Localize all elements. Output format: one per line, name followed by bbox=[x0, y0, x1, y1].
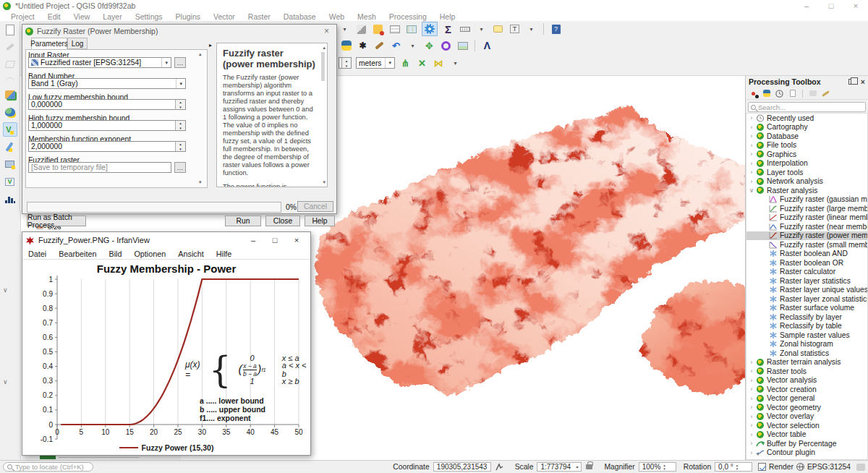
tab-log[interactable]: Log bbox=[67, 38, 88, 49]
image-export-icon[interactable] bbox=[456, 40, 469, 51]
tree-item-raster-boolean-or[interactable]: Raster boolean OR bbox=[746, 258, 867, 268]
units-combo[interactable]: meters▾ bbox=[356, 57, 395, 69]
menu-layer[interactable]: Layer bbox=[96, 12, 128, 21]
menu-mesh[interactable]: Mesh bbox=[351, 12, 383, 21]
field-combo[interactable]: Band 1 (Gray)▾ bbox=[28, 78, 186, 89]
iv-menu-bild[interactable]: Bild bbox=[109, 250, 122, 258]
new-annotation-icon[interactable] bbox=[372, 23, 384, 35]
tree-item-zonal-histogram[interactable]: Zonal histogram bbox=[746, 340, 867, 349]
tree-item-raster-layer-zonal-statistics[interactable]: Raster layer zonal statistics bbox=[746, 294, 867, 304]
help-scroll-up-icon[interactable]: ▴ bbox=[323, 45, 326, 51]
new-geopackage-icon[interactable] bbox=[3, 105, 17, 119]
menu-project[interactable]: Project bbox=[4, 12, 41, 21]
snapping-segment-icon[interactable]: ⋈ bbox=[433, 57, 445, 69]
expander-closed-icon[interactable]: › bbox=[748, 404, 755, 411]
new-shapefile-icon[interactable]: V bbox=[3, 122, 17, 137]
spin-buttons[interactable]: ▴▾ bbox=[175, 142, 185, 151]
new-layer-icon[interactable] bbox=[3, 88, 17, 102]
spin-buttons[interactable]: ▴▾ bbox=[175, 121, 185, 130]
iv-close-button[interactable]: × bbox=[286, 236, 307, 244]
snapping-intersection-icon[interactable]: ✕ bbox=[416, 57, 428, 69]
messages-icon[interactable] bbox=[856, 464, 865, 471]
tree-item-raster-boolean-and[interactable]: Raster boolean AND bbox=[746, 250, 867, 259]
north-arrow-icon[interactable] bbox=[355, 23, 367, 35]
close-panel-icon[interactable]: × bbox=[861, 77, 865, 86]
expander-closed-icon[interactable]: › bbox=[748, 449, 755, 456]
tree-item-file-tools[interactable]: ›File tools bbox=[746, 141, 867, 150]
repair-tool-icon[interactable] bbox=[373, 40, 386, 51]
dock-scroll-chevron-icon[interactable]: ∨ bbox=[3, 378, 8, 385]
field-spin[interactable]: 0,000000▴▾ bbox=[28, 99, 186, 110]
python-console-icon[interactable] bbox=[340, 40, 352, 51]
field-file[interactable]: [Save to temporary file] bbox=[28, 162, 171, 173]
expander-closed-icon[interactable]: › bbox=[748, 169, 755, 176]
minimize-button[interactable]: – bbox=[794, 0, 819, 12]
tab-parameters[interactable]: Parameters bbox=[31, 38, 67, 49]
cancel-button[interactable]: Cancel bbox=[297, 201, 333, 212]
expander-closed-icon[interactable]: › bbox=[748, 377, 755, 384]
menu-web[interactable]: Web bbox=[323, 12, 351, 21]
tree-item-reclassify-by-layer[interactable]: Reclassify by layer bbox=[746, 312, 867, 322]
tree-item-vector-creation[interactable]: ›Vector creation bbox=[746, 385, 867, 394]
iv-menu-datei[interactable]: Datei bbox=[28, 250, 46, 258]
tree-item-vector-analysis[interactable]: ›Vector analysis bbox=[746, 376, 867, 385]
scroll-up-icon[interactable]: ▴ bbox=[199, 51, 202, 57]
extents-icon[interactable] bbox=[495, 463, 504, 472]
iv-menu-ansicht[interactable]: Ansicht bbox=[178, 250, 203, 258]
close-button[interactable]: Close bbox=[265, 216, 300, 226]
scroll-down-icon[interactable]: ▾ bbox=[199, 179, 202, 185]
expander-closed-icon[interactable]: › bbox=[748, 150, 755, 158]
tree-item-network-analysis[interactable]: ›Network analysis bbox=[746, 177, 867, 187]
dialog-close-icon[interactable]: × bbox=[320, 26, 333, 36]
python-scripts-icon[interactable] bbox=[762, 89, 771, 98]
map-tips-icon[interactable] bbox=[492, 23, 504, 35]
spin-buttons[interactable]: ▴▾ bbox=[175, 100, 185, 109]
new-spatialite-icon[interactable] bbox=[3, 140, 17, 154]
rotation-spinner[interactable]: 0,0 °▴▾ bbox=[715, 462, 752, 472]
measure-ruler-icon[interactable] bbox=[459, 23, 471, 35]
help-splitter-arrow-icon[interactable]: ▸ bbox=[209, 42, 212, 48]
tree-item-vector-general[interactable]: ›Vector general bbox=[746, 394, 867, 404]
expander-closed-icon[interactable]: › bbox=[748, 395, 755, 402]
expander-closed-icon[interactable]: › bbox=[748, 114, 755, 122]
dock-scroll-chevron-icon[interactable]: ∨ bbox=[3, 286, 8, 294]
attribute-table-icon[interactable] bbox=[388, 23, 401, 35]
float-panel-icon[interactable] bbox=[848, 79, 854, 85]
text-annotation-icon[interactable]: T bbox=[509, 23, 521, 35]
tree-item-vector-overlay[interactable]: ›Vector overlay bbox=[746, 412, 867, 422]
menu-database[interactable]: Database bbox=[277, 12, 323, 21]
menu-vector[interactable]: Vector bbox=[207, 12, 242, 21]
menu-processing[interactable]: Processing bbox=[383, 12, 433, 21]
render-checkbox[interactable] bbox=[758, 463, 766, 471]
combo-arrow-icon[interactable]: ▾ bbox=[161, 58, 171, 67]
dropdown-arrow-icon[interactable]: ▾ bbox=[339, 23, 351, 35]
locator-input[interactable]: Type to locate (Ctrl+K) bbox=[3, 462, 93, 472]
options-wand-icon[interactable] bbox=[821, 89, 830, 98]
tree-item-reclassify-by-table[interactable]: Reclassify by table bbox=[746, 322, 867, 331]
tree-item-raster-layer-statistics[interactable]: Raster layer statistics bbox=[746, 276, 867, 286]
expander-closed-icon[interactable]: › bbox=[748, 367, 755, 375]
tree-item-fuzzify-raster-large-membership-[interactable]: Fuzzify raster (large membership) bbox=[746, 204, 867, 213]
help-scroll-down-icon[interactable]: ▾ bbox=[323, 179, 326, 185]
snapping-dropdown-icon[interactable]: ▾ bbox=[449, 57, 461, 69]
geometry-tool-icon[interactable] bbox=[3, 57, 17, 72]
tree-item-fuzzify-raster-near-membership-[interactable]: Fuzzify raster (near membership) bbox=[746, 222, 867, 231]
new-virtual-layer-icon[interactable]: V bbox=[3, 174, 17, 189]
histogram-icon[interactable] bbox=[3, 192, 17, 206]
lambda-plugin-icon[interactable]: Λ bbox=[481, 40, 493, 51]
new-document-icon[interactable] bbox=[3, 22, 17, 37]
tree-item-layer-tools[interactable]: ›Layer tools bbox=[746, 168, 867, 177]
tree-item-database[interactable]: ›Database bbox=[746, 132, 867, 141]
processing-toolbox-button[interactable] bbox=[422, 22, 438, 36]
lock-icon[interactable] bbox=[586, 464, 592, 469]
iv-minimize-button[interactable]: – bbox=[242, 236, 264, 244]
tree-item-interpolation[interactable]: ›Interpolation bbox=[746, 159, 867, 169]
menu-plugins[interactable]: Plugins bbox=[169, 12, 207, 21]
field-combo-raster[interactable]: Fuzzified raster [EPSG:31254]▾ bbox=[28, 57, 171, 68]
menu-help[interactable]: Help bbox=[433, 12, 462, 21]
combo-arrow-icon[interactable]: ▾ bbox=[176, 79, 185, 88]
tree-item-cartography[interactable]: ›Cartography bbox=[746, 123, 867, 132]
tree-item-vector-selection[interactable]: ›Vector selection bbox=[746, 421, 867, 430]
tree-item-contour-plugin[interactable]: ›Contour plugin bbox=[746, 448, 867, 458]
models-icon[interactable] bbox=[749, 89, 758, 98]
